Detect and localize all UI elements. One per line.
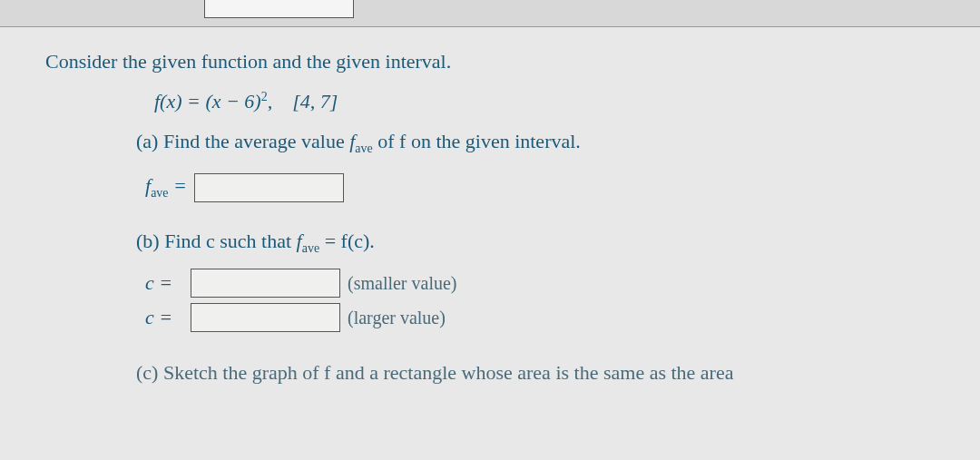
fave-answer-sub: ave (151, 186, 168, 200)
formula-fx: f(x) = (x − 6) (154, 90, 261, 113)
c1-hint: (smaller value) (348, 273, 457, 294)
part-b: (b) Find c such that fave = f(c). (136, 230, 935, 256)
part-b-eq: = f(c). (319, 230, 375, 252)
part-b-sub: ave (302, 241, 319, 255)
top-strip (0, 0, 980, 27)
fave-answer-row: fave = (145, 173, 935, 202)
formula-interval: , [4, 7] (268, 90, 338, 113)
intro-text: Consider the given function and the give… (45, 50, 935, 73)
part-c: (c) Sketch the graph of f and a rectangl… (136, 361, 935, 385)
c2-input[interactable] (191, 303, 340, 332)
part-c-text: (c) Sketch the graph of f and a rectangl… (136, 361, 733, 384)
c1-row: c = (smaller value) (145, 269, 935, 298)
fave-answer-eq: = (169, 174, 187, 197)
part-a-label: (a) Find the average value (136, 130, 349, 152)
part-b-label: (b) Find c such that (136, 230, 297, 252)
fave-sub: ave (355, 142, 372, 156)
formula-exponent: 2 (261, 90, 268, 103)
c2-hint: (larger value) (348, 308, 446, 328)
page-container: Consider the given function and the give… (0, 0, 980, 460)
part-a-rest: of f on the given interval. (373, 130, 581, 152)
fave-input[interactable] (194, 173, 344, 202)
c1-label: c = (145, 271, 183, 295)
c2-label: c = (145, 306, 183, 329)
fave-answer-label: fave = (145, 174, 187, 201)
formula-line: f(x) = (x − 6)2, [4, 7] (154, 90, 935, 113)
c1-input[interactable] (191, 269, 340, 298)
content-area: Consider the given function and the give… (0, 27, 980, 385)
top-answer-input[interactable] (204, 0, 354, 18)
c2-row: c = (larger value) (145, 303, 935, 332)
part-a: (a) Find the average value fave of f on … (136, 130, 935, 156)
